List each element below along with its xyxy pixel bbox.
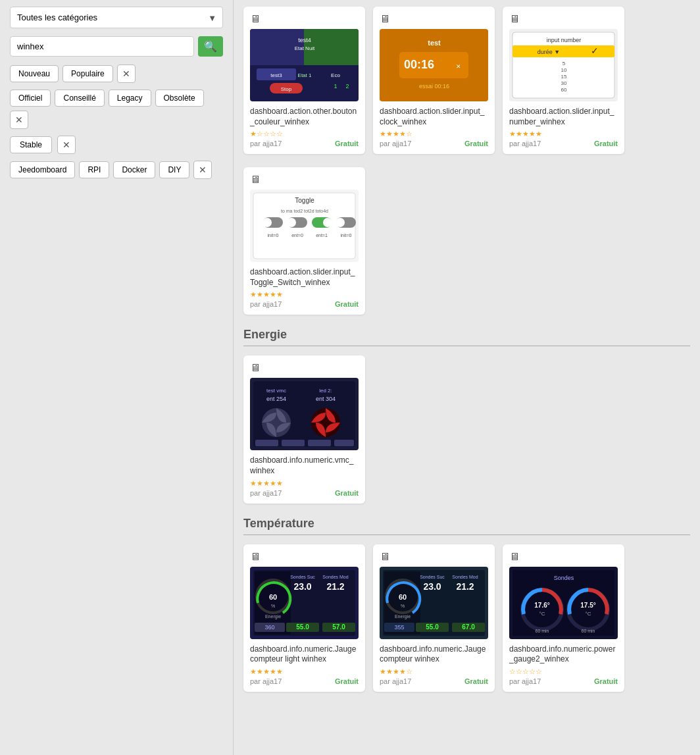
section-header-energie: Energie: [243, 328, 690, 346]
card-stars-2: ★★★★☆: [380, 130, 488, 138]
search-input[interactable]: [10, 36, 194, 57]
svg-text:test vmc: test vmc: [266, 388, 286, 394]
card-author-toggle: par ajja17: [250, 300, 282, 308]
card-stars-temp2: ★★★★☆: [380, 667, 488, 676]
card-meta-vmc: par ajja17 Gratuit: [250, 489, 359, 497]
svg-text:60: 60: [561, 87, 567, 93]
svg-text:test4: test4: [298, 37, 311, 43]
card-title-temp2: dashboard.info.numeric.Jauge compteur wi…: [380, 644, 488, 665]
svg-text:17.6°: 17.6°: [534, 602, 549, 609]
card-bouton-couleur[interactable]: 🖥 test4 Etat Nuit test3 Etat 1 Stop Eco …: [243, 7, 365, 154]
category-select-wrapper: Toutes les catégories ▼: [10, 7, 223, 28]
card-jauge-compteur[interactable]: 🖥 60 % Sondes Suc Sondes Mod 23.0 21.2 E…: [373, 544, 495, 692]
svg-point-53: [273, 419, 280, 426]
main-content: 🖥 test4 Etat Nuit test3 Etat 1 Stop Eco …: [234, 0, 700, 755]
card-meta-temp1: par ajja17 Gratuit: [250, 677, 359, 685]
filter-obsolete[interactable]: Obsolète: [155, 90, 204, 107]
filter-diy[interactable]: DIY: [159, 161, 189, 178]
card-jauge-light[interactable]: 🖥 60 % Sondes Suc Sondes Mod 23.0 2: [243, 544, 365, 692]
svg-rect-57: [282, 440, 305, 446]
close-icon: ✕: [122, 68, 130, 79]
svg-point-35: [262, 218, 272, 227]
svg-text:15: 15: [561, 74, 567, 80]
svg-text:°C: °C: [586, 611, 591, 617]
card-stars-vmc: ★★★★★: [250, 479, 359, 488]
filter-nouveau[interactable]: Nouveau: [10, 65, 59, 82]
card-author-vmc: par ajja17: [250, 489, 282, 497]
card-title-temp3: dashboard.info.numeric.power_gauge2_winh…: [509, 644, 618, 665]
svg-text:✓: ✓: [591, 45, 599, 56]
filter-legacy[interactable]: Legacy: [109, 90, 151, 107]
card-image-temp1: 60 % Sondes Suc Sondes Mod 23.0 21.2 Ene…: [250, 567, 359, 639]
cards-grid-energie: 🖥 test vmc led 2: ent 254 ent 304: [243, 355, 690, 503]
card-author-3: par ajja17: [509, 140, 541, 147]
filter-docker[interactable]: Docker: [113, 161, 155, 178]
filter-officiel[interactable]: Officiel: [10, 90, 51, 107]
card-meta-1: par ajja17 Gratuit: [250, 140, 359, 147]
svg-text:%: %: [401, 604, 405, 608]
status-close-button[interactable]: ✕: [10, 111, 28, 129]
card-power-gauge2[interactable]: 🖥 Sondes 17.6° °C 17.5°: [503, 544, 624, 692]
card-image-temp2: 60 % Sondes Suc Sondes Mod 23.0 21.2 Ene…: [380, 567, 488, 639]
svg-text:00:16: 00:16: [404, 58, 434, 71]
card-price-1: Gratuit: [335, 140, 359, 147]
card-title-vmc: dashboard.info.numeric.vmc_winhex: [250, 456, 359, 476]
svg-text:355: 355: [394, 624, 404, 631]
svg-text:Etat 1: Etat 1: [298, 72, 312, 78]
card-title-temp1: dashboard.info.numeric.Jauge compteur li…: [250, 644, 359, 665]
svg-point-41: [336, 218, 345, 227]
platform-close-button[interactable]: ✕: [193, 161, 212, 179]
stable-close-button[interactable]: ✕: [57, 136, 76, 154]
card-author-1: par ajja17: [250, 140, 282, 147]
monitor-icon-3: 🖥: [509, 13, 618, 25]
svg-text:✕: ✕: [456, 63, 461, 70]
monitor-icon-temp1: 🖥: [250, 551, 359, 563]
card-image-toggle: Toggle to ma tod2 tot2d toto4d init=0 en…: [250, 190, 359, 262]
card-vmc[interactable]: 🖥 test vmc led 2: ent 254 ent 304: [243, 355, 365, 503]
svg-rect-59: [334, 440, 354, 446]
svg-text:ent=1: ent=1: [316, 233, 328, 238]
svg-text:ent 254: ent 254: [266, 396, 286, 402]
monitor-icon-toggle: 🖥: [250, 174, 359, 186]
svg-text:30: 30: [561, 80, 567, 86]
card-price-temp3: Gratuit: [594, 677, 618, 685]
svg-text:23.0: 23.0: [423, 581, 441, 592]
filter-populaire[interactable]: Populaire: [63, 65, 113, 82]
svg-text:17.5°: 17.5°: [580, 602, 595, 609]
cards-grid-temp: 🖥 60 % Sondes Suc Sondes Mod 23.0 2: [243, 544, 690, 692]
card-price-3: Gratuit: [594, 140, 618, 147]
filter-jeedomboard[interactable]: Jeedomboard: [10, 161, 75, 178]
svg-text:60 min: 60 min: [581, 629, 595, 633]
svg-text:67.0: 67.0: [462, 623, 475, 631]
search-button[interactable]: 🔍: [198, 36, 223, 57]
category-select[interactable]: Toutes les catégories: [10, 7, 223, 28]
filter-close-button[interactable]: ✕: [117, 65, 136, 83]
card-image-3: input number durée ▼ ✓ 5 10 15 30 60: [509, 29, 618, 101]
svg-text:essai 00:16: essai 00:16: [419, 83, 449, 90]
card-input-clock[interactable]: 🖥 test 00:16 ✕ essai 00:16 dashboard.act…: [373, 7, 495, 154]
filter-rpi[interactable]: RPI: [79, 161, 109, 178]
svg-text:Stop: Stop: [281, 86, 292, 92]
card-image-1: test4 Etat Nuit test3 Etat 1 Stop Eco 1 …: [250, 29, 359, 101]
monitor-icon-temp2: 🖥: [380, 551, 488, 563]
filter-conseille[interactable]: Conseillé: [55, 90, 104, 107]
card-price-temp1: Gratuit: [335, 677, 359, 685]
close-icon-4: ✕: [199, 165, 207, 175]
card-input-number[interactable]: 🖥 input number durée ▼ ✓ 5 10 15 30 60 d…: [503, 7, 624, 154]
svg-point-55: [322, 419, 329, 426]
card-stars-temp1: ★★★★★: [250, 667, 359, 676]
card-toggle[interactable]: 🖥 Toggle to ma tod2 tot2d toto4d: [243, 167, 365, 315]
card-meta-2: par ajja17 Gratuit: [380, 140, 488, 147]
svg-text:input number: input number: [547, 37, 582, 43]
card-stars-3: ★★★★★: [509, 130, 618, 138]
svg-text:ent=0: ent=0: [291, 233, 303, 238]
search-icon: 🔍: [204, 40, 217, 53]
svg-rect-22: [512, 45, 614, 57]
svg-text:Sondes Mod: Sondes Mod: [322, 575, 348, 579]
card-author-2: par ajja17: [380, 140, 411, 147]
svg-text:21.2: 21.2: [456, 581, 474, 592]
card-price-temp2: Gratuit: [464, 677, 488, 685]
svg-text:Sondes: Sondes: [554, 575, 574, 581]
svg-text:Energie: Energie: [265, 614, 281, 619]
svg-text:Sondes Suc: Sondes Suc: [420, 575, 445, 579]
